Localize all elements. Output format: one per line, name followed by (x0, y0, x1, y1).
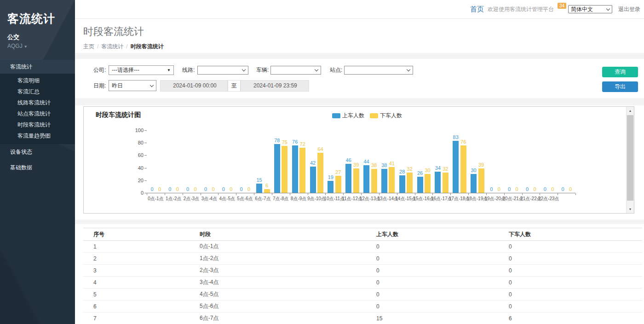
table-cell: 6 (83, 303, 200, 310)
bar-alighting (407, 173, 413, 193)
table-cell: 7 (83, 315, 200, 322)
x-axis-tick-mark (218, 193, 218, 195)
x-axis-category-label: 5点-6点 (237, 196, 253, 202)
table-cell: 0 (509, 243, 642, 250)
bar-value-label: 0 (564, 186, 577, 192)
table-cell: 2点-3点 (200, 266, 376, 274)
x-axis-tick-mark (558, 193, 558, 195)
query-button[interactable]: 查询 (602, 67, 638, 77)
topbar: 首页 欢迎使用客流统计管理平台 34 简体中文 退出登录 (75, 0, 644, 19)
y-axis-tick-label: 80 (130, 140, 144, 145)
date-to-input[interactable]: 2024-01-09 23:59 (241, 80, 309, 92)
x-axis-tick-mark (290, 193, 290, 195)
table-cell: 4 (83, 279, 200, 286)
chevron-down-icon (606, 6, 610, 10)
date-from-input[interactable]: 2024-01-09 00:00 (160, 80, 228, 92)
date-preset-select[interactable]: 昨日 (109, 80, 156, 91)
breadcrumb: 主页/客流统计/时段客流统计 (83, 43, 644, 51)
breadcrumb-section[interactable]: 客流统计 (101, 43, 123, 50)
breadcrumb-separator: / (97, 43, 98, 50)
table-cell: 5点-6点 (200, 302, 376, 310)
table-cell: 2 (83, 255, 200, 262)
table-row: 65点-6点00 (83, 301, 642, 312)
x-axis-tick-mark (201, 193, 201, 195)
x-axis-tick-mark (343, 193, 344, 195)
bar-boarding (274, 144, 280, 193)
chart-scrollbar[interactable]: ▲ ▼ (626, 107, 634, 213)
breadcrumb-home[interactable]: 主页 (83, 43, 94, 50)
sidebar-item-0-4[interactable]: 时段客流统计 (0, 119, 75, 130)
table-cell: 0 (376, 243, 509, 250)
scrollbar-down-arrow-icon[interactable]: ▼ (627, 205, 634, 213)
notification-badge[interactable]: 34 (558, 3, 566, 9)
sidebar-submenu: 客流明细客流汇总线路客流统计站点客流统计时段客流统计客流量趋势图 (0, 74, 75, 144)
bar-value-label: 15 (253, 177, 266, 183)
bar-alighting (389, 167, 395, 193)
table-cell: 0 (509, 291, 642, 298)
x-axis-tick-mark (522, 193, 523, 195)
x-axis-category-label: 2点-3点 (184, 196, 199, 202)
x-axis-tick-mark (415, 193, 415, 195)
x-axis-tick-mark (504, 193, 505, 195)
scrollbar-up-arrow-icon[interactable]: ▲ (627, 107, 634, 115)
breadcrumb-separator: / (126, 43, 127, 50)
y-axis-tick-label: 40 (130, 165, 144, 171)
chevron-down-icon (242, 68, 246, 71)
x-axis-category-label: 6点-7点 (255, 196, 270, 202)
home-link[interactable]: 首页 (470, 5, 484, 14)
table-cell: 1点-2点 (200, 255, 376, 262)
sidebar-item-0-5[interactable]: 客流量趋势图 (0, 130, 75, 141)
sidebar-item-0-1[interactable]: 客流汇总 (0, 86, 75, 97)
y-axis-tick-mark (144, 130, 147, 131)
section-divider (75, 53, 644, 59)
y-axis-tick-mark (144, 168, 147, 168)
language-select[interactable]: 简体中文 (568, 5, 612, 13)
bar-boarding (328, 181, 334, 193)
company-select[interactable]: ---请选择--- ▼ (109, 65, 174, 75)
bar-boarding (292, 145, 298, 193)
x-axis-tick-mark (397, 193, 397, 195)
table-cell: 6点-7点 (200, 314, 376, 322)
line-label: 线路: (182, 65, 195, 75)
bar-boarding (345, 164, 351, 193)
sidebar-item-0-2[interactable]: 线路客流统计 (0, 97, 75, 108)
sidebar-item-0-0[interactable]: 客流明细 (0, 75, 75, 86)
scrollbar-thumb[interactable] (627, 115, 633, 201)
company-value: ---请选择--- (112, 66, 139, 74)
chart-area: 时段车流统计图 上车人数 下车人数 020406080100000点-1点001… (75, 105, 644, 220)
chevron-down-icon (150, 83, 154, 87)
x-axis-tick-mark (486, 193, 487, 195)
table-cell: 0 (376, 267, 509, 274)
org-code-dropdown[interactable]: AQGJ▼ (0, 41, 75, 49)
x-axis-tick-mark (325, 193, 326, 195)
line-select[interactable] (197, 66, 248, 75)
sidebar-item-0-3[interactable]: 站点客流统计 (0, 108, 75, 119)
sidebar-item-1[interactable]: 设备状态 (0, 144, 75, 160)
y-axis-tick-label: 60 (130, 152, 144, 158)
bar-alighting (282, 146, 288, 193)
vehicle-label: 车辆: (256, 65, 269, 75)
table-cell: 0 (376, 255, 509, 262)
table-cell: 1 (83, 243, 200, 250)
app-logo: 客流统计 (0, 0, 75, 26)
table-cell: 0 (509, 255, 642, 262)
table-row: 76点-7点156 (83, 312, 642, 324)
station-select[interactable] (344, 66, 413, 75)
date-preset-value: 昨日 (112, 82, 123, 90)
bar-boarding (453, 141, 459, 193)
table-body: 10点-1点0021点-2点0032点-3点0043点-4点0054点-5点00… (83, 241, 642, 324)
export-button[interactable]: 导出 (602, 81, 638, 92)
page-title: 时段客流统计 (83, 19, 644, 39)
bar-alighting (299, 148, 305, 193)
sidebar-item-2[interactable]: 基础数据 (0, 160, 75, 175)
x-axis-category-label: 3点-4点 (201, 196, 217, 202)
bar-alighting (460, 145, 466, 193)
table-header-row: 序号 时段 上车人数 下车人数 (83, 228, 642, 241)
vehicle-select[interactable] (270, 66, 321, 75)
bar-value-label: 41 (385, 161, 399, 166)
y-axis-tick-label: 20 (130, 178, 144, 183)
y-axis-tick-label: 100 (130, 127, 144, 133)
sidebar-section-0[interactable]: 客流统计 (0, 60, 75, 74)
table-cell: 0 (376, 279, 509, 286)
logout-link[interactable]: 退出登录 (618, 6, 640, 13)
